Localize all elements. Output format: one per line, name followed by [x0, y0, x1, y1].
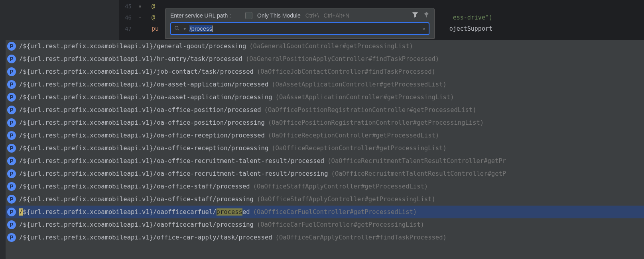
result-row[interactable]: P/${url.rest.prefix.xcoamobileapi.v1}/oa… — [6, 155, 644, 167]
result-row[interactable]: P/${url.rest.prefix.xcoamobileapi.v1}/oa… — [6, 142, 644, 155]
result-row[interactable]: P/${url.rest.prefix.xcoamobileapi.v1}/oa… — [6, 206, 644, 218]
http-method-icon: P — [7, 118, 16, 127]
result-row[interactable]: P/${url.rest.prefix.xcoamobileapi.v1}/oa… — [6, 91, 644, 104]
result-row[interactable]: P/${url.rest.prefix.xcoamobileapi.v1}/jo… — [6, 65, 644, 78]
result-controller: (OaGeneralGooutController#getProcessingL… — [249, 43, 413, 50]
result-path: /${url.rest.prefix.xcoamobileapi.v1}/oa-… — [19, 196, 254, 203]
only-this-module-checkbox[interactable] — [245, 12, 252, 19]
result-controller: (OaOfficeRecruitmentTalentResultControll… — [327, 157, 506, 165]
result-controller: (OaOfficePositionRegistrationController#… — [264, 106, 477, 114]
http-method-icon: P — [7, 220, 16, 229]
result-row[interactable]: P/${url.rest.prefix.xcoamobileapi.v1}/oa… — [6, 104, 644, 116]
result-row[interactable]: P/${url.rest.prefix.xcoamobileapi.v1}/oa… — [6, 167, 644, 180]
line-number: 46 — [119, 14, 139, 21]
result-controller: (OaOfficeReceptionController#getProcesse… — [268, 132, 439, 139]
result-controller: (OaAssetApplicationController#getProcess… — [276, 94, 454, 101]
http-method-icon: P — [7, 144, 16, 153]
only-this-module-label: Only This Module — [257, 12, 301, 19]
result-path: /${url.rest.prefix.xcoamobileapi.v1}/oa-… — [19, 157, 324, 165]
result-controller: (OaOfficeRecruitmentTalentResultControll… — [331, 170, 506, 177]
search-icon — [174, 26, 180, 32]
http-method-icon: P — [7, 106, 16, 114]
popup-title: Enter service URL path : — [170, 12, 231, 19]
result-path: /${url.rest.prefix.xcoamobileapi.v1}/job… — [19, 68, 254, 75]
result-row[interactable]: P/${url.rest.prefix.xcoamobileapi.v1}/oa… — [6, 180, 644, 193]
search-input-container[interactable]: ▾ /process ✕ — [170, 22, 429, 35]
code-fragment: ess-drive") — [453, 14, 492, 21]
shortcut-hint: Ctrl+\ — [305, 12, 319, 19]
shortcut-hint: Ctrl+Alt+N — [324, 12, 350, 19]
http-method-icon: P — [7, 169, 16, 178]
result-row[interactable]: P/${url.rest.prefix.xcoamobileapi.v1}/hr… — [6, 53, 644, 65]
http-method-icon: P — [7, 157, 16, 165]
search-results-list: P/${url.rest.prefix.xcoamobileapi.v1}/ge… — [6, 40, 644, 259]
http-method-icon: P — [7, 80, 16, 89]
result-row[interactable]: P/${url.rest.prefix.xcoamobileapi.v1}/ge… — [6, 40, 644, 53]
result-path: /${url.rest.prefix.xcoamobileapi.v1}/off… — [19, 234, 272, 241]
result-path: /${url.rest.prefix.xcoamobileapi.v1}/oa-… — [19, 145, 268, 152]
result-controller: (OaOfficeStaffApplyController#getProcess… — [253, 183, 428, 190]
clear-input-icon[interactable]: ✕ — [422, 26, 425, 32]
filter-icon[interactable] — [412, 12, 418, 19]
http-method-icon: P — [7, 42, 16, 51]
http-method-icon: P — [7, 67, 16, 76]
line-number: 45 — [119, 3, 139, 10]
result-path: /${url.rest.prefix.xcoamobileapi.v1}/oa-… — [19, 132, 265, 139]
http-method-icon: P — [7, 195, 16, 204]
result-row[interactable]: P/${url.rest.prefix.xcoamobileapi.v1}/oa… — [6, 129, 644, 142]
result-controller: (OaOfficeCarApplyController#findTaskProc… — [276, 234, 447, 241]
http-method-icon: P — [7, 131, 16, 140]
svg-point-0 — [175, 26, 178, 29]
http-method-icon: P — [7, 233, 16, 242]
line-number: 47 — [119, 26, 139, 32]
code-fragment: ojectSupport — [449, 25, 644, 32]
result-row[interactable]: P/${url.rest.prefix.xcoamobileapi.v1}/of… — [6, 231, 644, 244]
result-controller: (OaOfficeJobContactController#findTaskPr… — [257, 68, 435, 75]
result-path: /${url.rest.prefix.xcoamobileapi.v1}/oao… — [19, 221, 254, 228]
result-path: /${url.rest.prefix.xcoamobileapi.v1}/oa-… — [19, 170, 328, 177]
result-row[interactable]: P/${url.rest.prefix.xcoamobileapi.v1}/oa… — [6, 193, 644, 206]
result-row[interactable]: P/${url.rest.prefix.xcoamobileapi.v1}/oa… — [6, 116, 644, 129]
result-path: /${url.rest.prefix.xcoamobileapi.v1}/hr-… — [19, 55, 242, 63]
result-controller: (OaOfficeReceptionController#getProcessi… — [272, 145, 447, 152]
result-controller: (OaOfficeCarFuelController#getProcessing… — [257, 221, 424, 228]
result-row[interactable]: P/${url.rest.prefix.xcoamobileapi.v1}/oa… — [6, 218, 644, 231]
search-service-popup: Enter service URL path : Only This Modul… — [165, 8, 435, 39]
result-path: /${url.rest.prefix.xcoamobileapi.v1}/oa-… — [19, 183, 250, 190]
dropdown-arrow-icon[interactable]: ▾ — [183, 26, 186, 32]
result-path: /${url.rest.prefix.xcoamobileapi.v1}/oa-… — [19, 106, 261, 114]
result-path: /${url.rest.prefix.xcoamobileapi.v1}/oa-… — [19, 94, 272, 101]
result-path: /${url.rest.prefix.xcoamobileapi.v1}/oa-… — [19, 119, 265, 126]
pin-icon[interactable] — [423, 12, 429, 19]
http-method-icon: P — [7, 93, 16, 102]
http-method-icon: P — [7, 208, 16, 216]
result-controller: (OaOfficeCarFuelController#getProcessedL… — [253, 208, 417, 216]
http-method-icon: P — [7, 55, 16, 63]
search-input[interactable]: /process — [189, 25, 419, 33]
result-path: /${url.rest.prefix.xcoamobileapi.v1}/gen… — [19, 43, 246, 50]
result-path: /${url.rest.prefix.xcoamobileapi.v1}/oa-… — [19, 81, 268, 88]
result-path: /${url.rest.prefix.xcoamobileapi.v1}/oao… — [19, 208, 250, 216]
result-controller: (OaAssetApplicationController#getProcess… — [272, 81, 447, 88]
result-controller: (OaGeneralPositionApplyController#findTa… — [246, 55, 439, 63]
http-method-icon: P — [7, 182, 16, 191]
result-controller: (OaOfficePositionRegistrationController#… — [268, 119, 484, 126]
result-row[interactable]: P/${url.rest.prefix.xcoamobileapi.v1}/oa… — [6, 78, 644, 91]
result-controller: (OaOfficeStaffApplyController#getProcess… — [257, 196, 435, 203]
